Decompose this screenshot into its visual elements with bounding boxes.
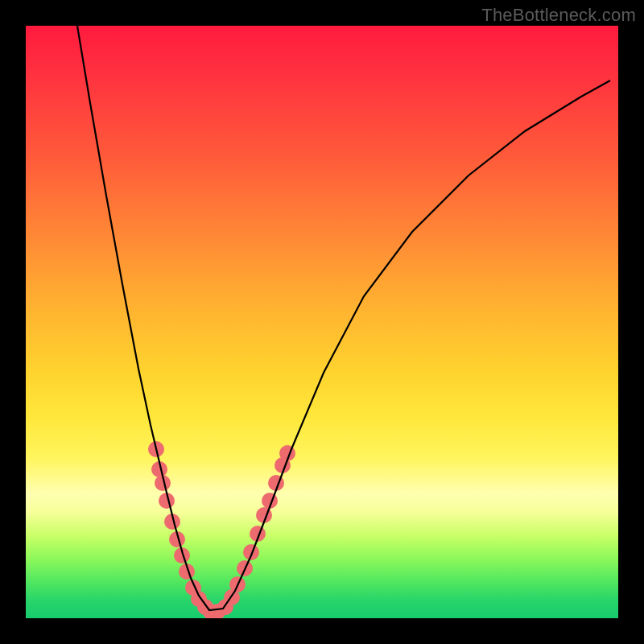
data-marker	[243, 544, 259, 560]
watermark-text: TheBottleneck.com	[481, 5, 636, 26]
curve-path	[77, 26, 610, 610]
chart-frame: TheBottleneck.com	[0, 0, 644, 644]
chart-svg	[26, 26, 618, 618]
markers-group	[148, 441, 295, 618]
plot-area	[26, 26, 618, 618]
